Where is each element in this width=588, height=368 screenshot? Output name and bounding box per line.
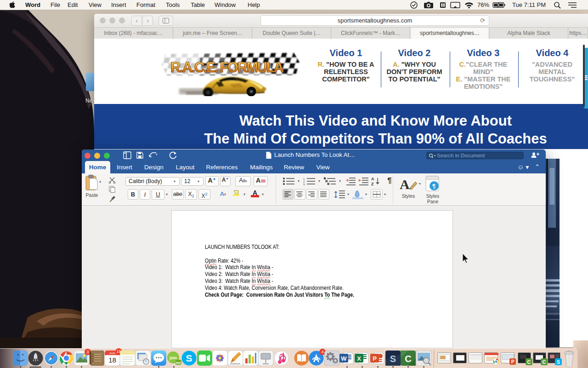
svg-text:X: X bbox=[357, 355, 361, 362]
svg-text:C: C bbox=[405, 354, 411, 364]
svg-text:S: S bbox=[390, 354, 396, 364]
svg-text:AUG: AUG bbox=[109, 352, 115, 355]
svg-text:me: me bbox=[176, 361, 181, 365]
svg-text:R.A.C.E. FORMULA: R.A.C.E. FORMULA bbox=[170, 59, 284, 75]
svg-text:join: join bbox=[169, 356, 177, 360]
svg-text:A: A bbox=[371, 177, 374, 181]
svg-text:Z: Z bbox=[371, 182, 374, 186]
svg-text:C: C bbox=[543, 359, 546, 365]
svg-text:18: 18 bbox=[108, 356, 116, 364]
svg-text:C: C bbox=[527, 359, 531, 365]
svg-text:A: A bbox=[400, 177, 410, 192]
svg-text:P: P bbox=[511, 359, 514, 364]
svg-text:P: P bbox=[373, 355, 377, 362]
svg-text:W: W bbox=[341, 355, 347, 362]
svg-text:¶: ¶ bbox=[432, 183, 435, 190]
svg-text:S: S bbox=[557, 359, 560, 365]
svg-text:S: S bbox=[186, 353, 192, 363]
svg-text:3: 3 bbox=[303, 183, 305, 185]
